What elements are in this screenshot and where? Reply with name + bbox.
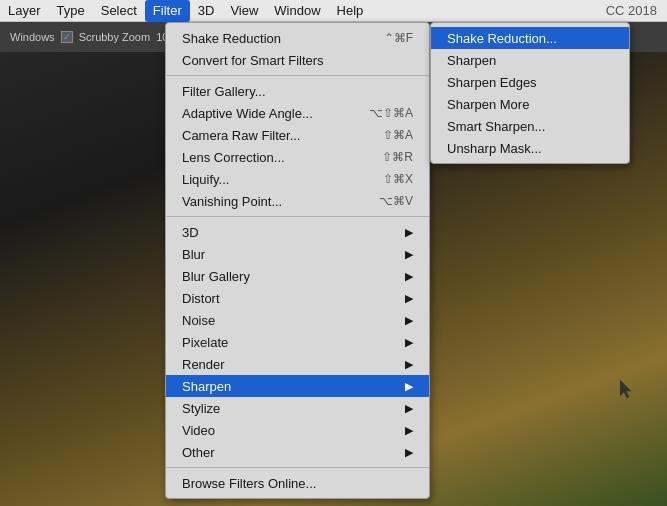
video-label: Video <box>182 423 215 438</box>
noise-arrow-icon: ▶ <box>405 314 413 327</box>
shake-reduction-label: Shake Reduction <box>182 31 281 46</box>
menu-other[interactable]: Other ▶ <box>166 441 429 463</box>
submenu-unsharp-mask[interactable]: Unsharp Mask... <box>431 137 629 159</box>
menu-noise[interactable]: Noise ▶ <box>166 309 429 331</box>
blur-arrow-icon: ▶ <box>405 248 413 261</box>
sharpen-arrow-icon: ▶ <box>405 380 413 393</box>
menu-filter-gallery[interactable]: Filter Gallery... <box>166 80 429 102</box>
liquify-label: Liquify... <box>182 172 229 187</box>
menu-distort[interactable]: Distort ▶ <box>166 287 429 309</box>
menu-3d[interactable]: 3D <box>190 0 223 22</box>
vanishing-point-shortcut: ⌥⌘V <box>379 194 413 208</box>
windows-label: Windows <box>10 31 55 43</box>
submenu-sharpen-more[interactable]: Sharpen More <box>431 93 629 115</box>
menu-type[interactable]: Type <box>49 0 93 22</box>
render-label: Render <box>182 357 225 372</box>
sharpen-more-label: Sharpen More <box>447 97 529 112</box>
other-label: Other <box>182 445 215 460</box>
blur-label: Blur <box>182 247 205 262</box>
scrubby-zoom-label: Scrubby Zoom <box>79 31 151 43</box>
blur-gallery-label: Blur Gallery <box>182 269 250 284</box>
menu-lens-correction[interactable]: Lens Correction... ⇧⌘R <box>166 146 429 168</box>
vanishing-point-label: Vanishing Point... <box>182 194 282 209</box>
shake-reduction-shortcut: ⌃⌘F <box>384 31 413 45</box>
menu-sharpen[interactable]: Sharpen ▶ <box>166 375 429 397</box>
camera-raw-shortcut: ⇧⌘A <box>383 128 413 142</box>
convert-smart-label: Convert for Smart Filters <box>182 53 324 68</box>
stylize-label: Stylize <box>182 401 220 416</box>
filter-gallery-label: Filter Gallery... <box>182 84 266 99</box>
liquify-shortcut: ⇧⌘X <box>383 172 413 186</box>
blur-gallery-arrow-icon: ▶ <box>405 270 413 283</box>
menu-window[interactable]: Window <box>266 0 328 22</box>
menu-render[interactable]: Render ▶ <box>166 353 429 375</box>
shake-reduction-sub-label: Shake Reduction... <box>447 31 557 46</box>
menu-liquify[interactable]: Liquify... ⇧⌘X <box>166 168 429 190</box>
unsharp-mask-label: Unsharp Mask... <box>447 141 542 156</box>
menu-browse-filters[interactable]: Browse Filters Online... <box>166 472 429 494</box>
menu-layer[interactable]: Layer <box>0 0 49 22</box>
menu-select[interactable]: Select <box>93 0 145 22</box>
submenu-shake-reduction[interactable]: Shake Reduction... <box>431 27 629 49</box>
sharpen-sub-label: Sharpen <box>447 53 496 68</box>
menu-adaptive-wide[interactable]: Adaptive Wide Angle... ⌥⇧⌘A <box>166 102 429 124</box>
camera-raw-label: Camera Raw Filter... <box>182 128 300 143</box>
app-version: CC 2018 <box>606 3 657 18</box>
menu-vanishing-point[interactable]: Vanishing Point... ⌥⌘V <box>166 190 429 212</box>
menu-help[interactable]: Help <box>329 0 372 22</box>
submenu-sharpen-edges[interactable]: Sharpen Edges <box>431 71 629 93</box>
other-arrow-icon: ▶ <box>405 446 413 459</box>
menu-video[interactable]: Video ▶ <box>166 419 429 441</box>
submenu-sharpen[interactable]: Sharpen <box>431 49 629 71</box>
distort-arrow-icon: ▶ <box>405 292 413 305</box>
separator-2 <box>166 216 429 217</box>
separator-1 <box>166 75 429 76</box>
menu-camera-raw[interactable]: Camera Raw Filter... ⇧⌘A <box>166 124 429 146</box>
video-arrow-icon: ▶ <box>405 424 413 437</box>
pixelate-label: Pixelate <box>182 335 228 350</box>
adaptive-wide-shortcut: ⌥⇧⌘A <box>369 106 413 120</box>
3d-arrow-icon: ▶ <box>405 226 413 239</box>
menu-convert-smart[interactable]: Convert for Smart Filters <box>166 49 429 71</box>
menu-view[interactable]: View <box>222 0 266 22</box>
noise-label: Noise <box>182 313 215 328</box>
stylize-arrow-icon: ▶ <box>405 402 413 415</box>
adaptive-wide-label: Adaptive Wide Angle... <box>182 106 313 121</box>
render-arrow-icon: ▶ <box>405 358 413 371</box>
menu-blur[interactable]: Blur ▶ <box>166 243 429 265</box>
distort-label: Distort <box>182 291 220 306</box>
3d-label: 3D <box>182 225 199 240</box>
sharpen-label: Sharpen <box>182 379 231 394</box>
submenu-smart-sharpen[interactable]: Smart Sharpen... <box>431 115 629 137</box>
menu-filter[interactable]: Filter <box>145 0 190 22</box>
menu-3d[interactable]: 3D ▶ <box>166 221 429 243</box>
menubar: Layer Type Select Filter 3D View Window … <box>0 0 667 22</box>
scrubby-zoom-checkbox[interactable] <box>61 31 73 43</box>
separator-3 <box>166 467 429 468</box>
sharpen-edges-label: Sharpen Edges <box>447 75 537 90</box>
menu-blur-gallery[interactable]: Blur Gallery ▶ <box>166 265 429 287</box>
smart-sharpen-label: Smart Sharpen... <box>447 119 545 134</box>
menu-shake-reduction[interactable]: Shake Reduction ⌃⌘F <box>166 27 429 49</box>
menu-stylize[interactable]: Stylize ▶ <box>166 397 429 419</box>
pixelate-arrow-icon: ▶ <box>405 336 413 349</box>
lens-correction-shortcut: ⇧⌘R <box>382 150 413 164</box>
filter-menu: Shake Reduction ⌃⌘F Convert for Smart Fi… <box>165 22 430 499</box>
browse-filters-label: Browse Filters Online... <box>182 476 316 491</box>
menu-pixelate[interactable]: Pixelate ▶ <box>166 331 429 353</box>
lens-correction-label: Lens Correction... <box>182 150 285 165</box>
sharpen-submenu: Shake Reduction... Sharpen Sharpen Edges… <box>430 22 630 164</box>
